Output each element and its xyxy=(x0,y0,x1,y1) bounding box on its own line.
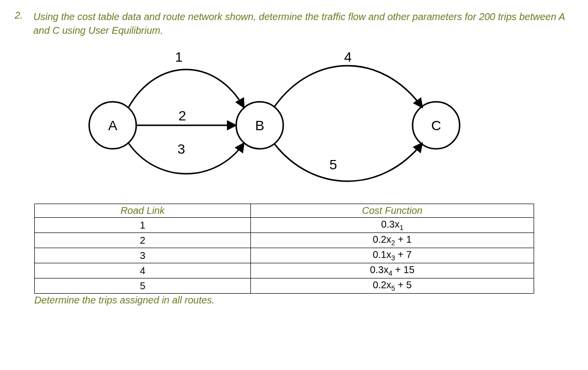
cost-function-cell: 0.2x2 + 1 xyxy=(250,233,534,248)
node-b-label: B xyxy=(255,118,265,133)
node-a-label: A xyxy=(108,118,118,133)
table-row: 20.2x2 + 1 xyxy=(35,233,534,248)
road-link-cell: 2 xyxy=(35,233,251,248)
node-c-label: C xyxy=(431,118,441,133)
link-1-path xyxy=(128,69,244,108)
link-5-label: 5 xyxy=(329,157,337,172)
link-3-path xyxy=(128,143,244,174)
link-4-label: 4 xyxy=(344,49,352,65)
table-row: 50.2x5 + 5 xyxy=(35,278,534,294)
link-1-label: 1 xyxy=(175,49,183,65)
problem-number: 2. xyxy=(15,10,28,21)
link-4-path xyxy=(274,66,422,108)
network-diagram: A B C 1 2 3 4 5 xyxy=(15,42,573,194)
problem-text: Using the cost table data and route netw… xyxy=(33,10,573,37)
link-2-label: 2 xyxy=(178,108,186,123)
cost-table-header-link: Road Link xyxy=(35,204,251,218)
road-link-cell: 1 xyxy=(35,218,251,233)
road-link-cell: 3 xyxy=(35,248,251,263)
cost-function-cell: 0.1x3 + 7 xyxy=(250,248,534,263)
road-link-cell: 4 xyxy=(35,263,251,278)
cost-table-header-row: Road Link Cost Function xyxy=(35,204,534,218)
link-5-path xyxy=(274,143,422,181)
network-svg: A B C 1 2 3 4 5 xyxy=(15,42,505,194)
link-3-label: 3 xyxy=(177,141,185,157)
cost-function-cell: 0.3x4 + 15 xyxy=(250,263,534,278)
post-instruction: Determine the trips assigned in all rout… xyxy=(34,295,573,306)
cost-function-cell: 0.2x5 + 5 xyxy=(250,278,534,294)
cost-table-header-cost: Cost Function xyxy=(250,204,534,218)
table-row: 40.3x4 + 15 xyxy=(35,263,534,278)
cost-table: Road Link Cost Function 10.3x120.2x2 + 1… xyxy=(34,204,534,294)
road-link-cell: 5 xyxy=(35,278,251,294)
table-row: 10.3x1 xyxy=(35,218,534,233)
cost-function-cell: 0.3x1 xyxy=(250,218,534,233)
problem-statement: 2. Using the cost table data and route n… xyxy=(15,10,573,37)
table-row: 30.1x3 + 7 xyxy=(35,248,534,263)
